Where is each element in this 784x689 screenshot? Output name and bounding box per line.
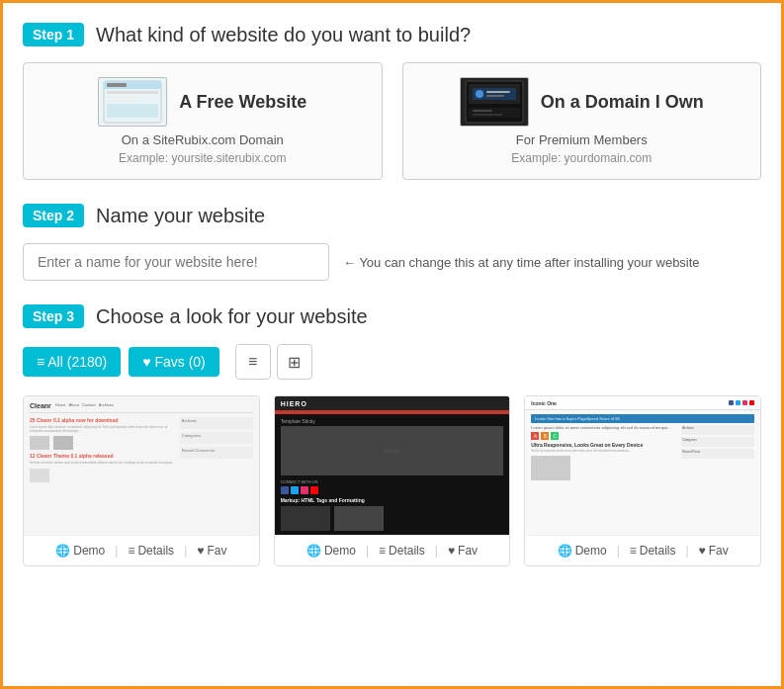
iconic-device-img xyxy=(531,456,570,480)
hiero-youtube-icon xyxy=(310,486,318,494)
cleanr-img-1 xyxy=(30,436,49,450)
iconic-mock: Iconic One Iconic One has a Super PageSp… xyxy=(525,396,760,535)
grid-view-button[interactable]: ⊞ xyxy=(277,344,312,380)
svg-rect-2 xyxy=(107,83,127,87)
svg-rect-15 xyxy=(473,114,502,116)
cleanr-footer: 🌐 Demo | ≡ Details | ♥ Fav xyxy=(24,535,259,565)
hiero-sticky-label: Template Sticky xyxy=(281,418,504,424)
hiero-connect-label: CONNECT WITH US xyxy=(281,479,504,484)
iconic-letter-b: B xyxy=(541,432,549,440)
iconic-social-icons xyxy=(729,400,754,405)
favs-filter-button[interactable]: ♥ Favs (0) xyxy=(129,347,219,377)
cleanr-thumbnail-row-2 xyxy=(30,469,176,482)
step1-badge: Step 1 xyxy=(23,23,84,46)
svg-rect-11 xyxy=(486,91,510,93)
theme-card-cleanr: Cleanr HomeAboutContactArchives 25 Clean… xyxy=(23,395,260,566)
cleanr-details-link[interactable]: ≡ Details xyxy=(128,544,174,558)
step2-header: Step 2 Name your website xyxy=(23,204,761,227)
themes-row: Cleanr HomeAboutContactArchives 25 Clean… xyxy=(23,395,761,566)
free-thumbnail xyxy=(98,77,167,127)
iconic-preview: Iconic One Iconic One has a Super PageSp… xyxy=(525,396,760,535)
iconic-footer: 🌐 Demo | ≡ Details | ♥ Fav xyxy=(525,535,760,565)
view-toggle-group: ≡ ⊞ xyxy=(235,344,312,380)
step1-header: Step 1 What kind of website do you want … xyxy=(23,23,761,46)
iconic-ig-icon xyxy=(742,400,747,405)
iconic-letter-c: C xyxy=(551,432,559,440)
svg-rect-14 xyxy=(473,110,492,112)
iconic-side-box-3: Recent Posts xyxy=(681,449,754,459)
list-view-button[interactable]: ≡ xyxy=(235,344,271,380)
hiero-mock: HIERO Template Sticky IMAGE CONNECT WITH… xyxy=(275,396,510,535)
cleanr-body: 25 Cleanr 0.1 alpha now for download Lor… xyxy=(30,417,253,485)
hiero-demo-link[interactable]: 🌐 Demo xyxy=(306,544,356,558)
iconic-header: Iconic One xyxy=(525,396,760,410)
iconic-main: Lorem ipsum dolor sit amet consectetur a… xyxy=(531,425,677,480)
iconic-body: Lorem ipsum dolor sit amet consectetur a… xyxy=(531,425,754,480)
step3-section: Step 3 Choose a look for your website ≡ … xyxy=(23,304,761,380)
theme-card-iconic: Iconic One Iconic One has a Super PageSp… xyxy=(524,395,761,566)
hiero-post-img-2 xyxy=(334,506,384,531)
cleanr-fav-link[interactable]: ♥ Fav xyxy=(197,544,226,558)
website-name-input[interactable] xyxy=(23,243,329,281)
cleanr-sidebar: Archives Categories Recent Comments xyxy=(180,417,253,485)
cleanr-categories-box: Categories xyxy=(180,432,253,444)
hiero-bar: HIERO xyxy=(275,396,510,410)
hiero-post-title: Markup: HTML Tags and Formatting xyxy=(281,497,504,503)
cleanr-mock: Cleanr HomeAboutContactArchives 25 Clean… xyxy=(24,396,259,491)
iconic-text-1: Lorem ipsum dolor sit amet consectetur a… xyxy=(531,425,677,430)
iconic-logo: Iconic One xyxy=(531,400,557,406)
hiero-facebook-icon xyxy=(281,486,289,494)
cleanr-post-text-2: Ut enim ad minim veniam, quis nostrud ex… xyxy=(30,461,176,465)
hiero-img: IMAGE xyxy=(281,426,504,475)
filter-row: ≡ All (2180) ♥ Favs (0) ≡ ⊞ xyxy=(23,344,761,380)
domain-thumbnail xyxy=(460,77,529,127)
iconic-text-2: Sed ut perspiciatis unde omnis iste natu… xyxy=(531,449,677,453)
svg-point-10 xyxy=(476,90,483,98)
free-website-option[interactable]: A Free Website On a SiteRubix.com Domain… xyxy=(23,62,383,180)
cleanr-preview: Cleanr HomeAboutContactArchives 25 Clean… xyxy=(24,396,259,535)
iconic-yt-icon xyxy=(749,400,754,405)
step1-title: What kind of website do you want to buil… xyxy=(96,24,471,46)
iconic-side-box-1: Archives xyxy=(681,425,754,435)
iconic-fav-link[interactable]: ♥ Fav xyxy=(699,544,729,558)
iconic-subtitle: Ultra Responsive, Looks Great on Every D… xyxy=(531,442,677,448)
iconic-details-link[interactable]: ≡ Details xyxy=(630,544,676,558)
iconic-side-box-2: Categories xyxy=(681,437,754,447)
cleanr-post-title-2: 12 Cleanr Theme 0.1 alpha released xyxy=(30,453,176,459)
svg-rect-4 xyxy=(107,96,141,98)
iconic-sidebar: Archives Categories Recent Posts xyxy=(681,425,754,480)
cleanr-demo-link[interactable]: 🌐 Demo xyxy=(55,544,105,558)
domain-website-option[interactable]: On a Domain I Own For Premium Members Ex… xyxy=(402,62,762,180)
cleanr-nav: HomeAboutContactArchives xyxy=(55,402,114,409)
hiero-fav-link[interactable]: ♥ Fav xyxy=(448,544,478,558)
svg-rect-12 xyxy=(486,95,504,97)
hiero-social-icons xyxy=(281,486,504,494)
svg-rect-13 xyxy=(469,108,520,118)
step3-badge: Step 3 xyxy=(23,304,84,328)
main-container: Step 1 What kind of website do you want … xyxy=(0,0,784,689)
hiero-details-link[interactable]: ≡ Details xyxy=(379,544,425,558)
step2-title: Name your website xyxy=(96,205,265,227)
svg-rect-6 xyxy=(107,104,158,118)
theme-card-hiero: HIERO Template Sticky IMAGE CONNECT WITH… xyxy=(274,395,511,566)
svg-rect-5 xyxy=(107,100,136,102)
step2-section: Step 2 Name your website ← You can chang… xyxy=(23,204,761,281)
hint-text: ← You can change this at any time after … xyxy=(343,255,700,270)
iconic-tw-icon xyxy=(736,400,740,405)
free-option-label: A Free Website xyxy=(179,92,306,113)
cleanr-img-3 xyxy=(30,469,49,482)
iconic-demo-link[interactable]: 🌐 Demo xyxy=(558,544,607,558)
all-filter-button[interactable]: ≡ All (2180) xyxy=(23,347,121,377)
hiero-post-img-1 xyxy=(281,506,330,531)
hiero-content: Template Sticky IMAGE CONNECT WITH US Ma… xyxy=(275,414,510,535)
hiero-preview: HIERO Template Sticky IMAGE CONNECT WITH… xyxy=(275,396,510,535)
free-option-example: Example: yoursite.siterubix.com xyxy=(119,151,286,165)
domain-option-example: Example: yourdomain.com xyxy=(511,151,652,165)
iconic-letter-icons: A B C xyxy=(531,432,677,440)
domain-option-top: On a Domain I Own xyxy=(460,77,704,127)
hiero-instagram-icon xyxy=(301,486,308,494)
free-option-top: A Free Website xyxy=(98,77,306,127)
step3-header: Step 3 Choose a look for your website xyxy=(23,304,761,328)
cleanr-comments-box: Recent Comments xyxy=(180,447,253,459)
cleanr-img-2 xyxy=(53,436,73,450)
